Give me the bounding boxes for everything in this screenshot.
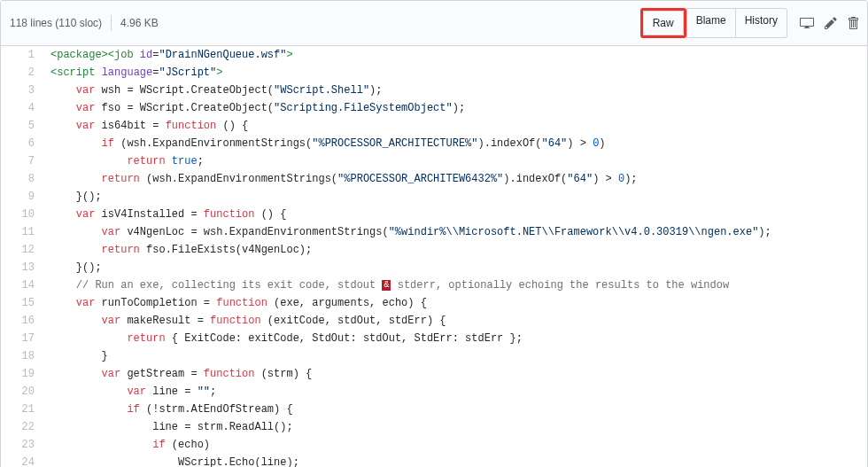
line-number[interactable]: 17	[1, 330, 45, 347]
line-content[interactable]: var line = "";	[45, 383, 216, 401]
history-button[interactable]: History	[736, 8, 787, 38]
line-content[interactable]: line = strm.ReadAll();	[45, 418, 293, 436]
line-content[interactable]: var wsh = WScript.CreateObject("WScript.…	[45, 82, 383, 99]
blame-button[interactable]: Blame	[686, 8, 736, 38]
file-size: 4.96 KB	[120, 17, 159, 29]
line-number[interactable]: 14	[1, 276, 45, 294]
line-number[interactable]: 16	[1, 312, 45, 330]
line-content[interactable]: var isV4Installed = function () {	[45, 206, 286, 223]
line-content[interactable]: var fso = WScript.CreateObject("Scriptin…	[45, 99, 465, 117]
line-content[interactable]: if (wsh.ExpandEnvironmentStrings("%PROCE…	[45, 135, 606, 152]
line-number[interactable]: 5	[1, 117, 45, 135]
code-line: 23 if (echo)	[1, 436, 867, 454]
code-line: 18 }	[1, 347, 867, 365]
raw-highlight: Raw	[640, 8, 686, 38]
code-line: 21 if (!strm.AtEndOfStream) {	[1, 401, 867, 418]
line-number[interactable]: 12	[1, 241, 45, 259]
code-line: 10 var isV4Installed = function () {	[1, 206, 867, 223]
code-line: 17 return { ExitCode: exitCode, StdOut: …	[1, 330, 867, 347]
line-content[interactable]: if (!strm.AtEndOfStream) {	[45, 401, 293, 418]
info-divider	[111, 15, 112, 31]
line-content[interactable]: <package><job id="DrainNGenQueue.wsf">	[45, 46, 293, 64]
code-line: 24 WScript.Echo(line);	[1, 454, 867, 467]
code-line: 22 line = strm.ReadAll();	[1, 418, 867, 436]
line-content[interactable]: // Run an exe, collecting its exit code,…	[45, 276, 729, 294]
pencil-icon[interactable]	[825, 16, 837, 30]
file-actions: Raw Blame History	[640, 8, 858, 38]
line-number[interactable]: 23	[1, 436, 45, 454]
file-container: 118 lines (110 sloc) 4.96 KB Raw Blame H…	[0, 0, 868, 467]
icon-actions	[800, 16, 858, 30]
line-number[interactable]: 11	[1, 223, 45, 241]
line-number[interactable]: 20	[1, 383, 45, 401]
line-number[interactable]: 6	[1, 135, 45, 152]
line-content[interactable]: return { ExitCode: exitCode, StdOut: std…	[45, 330, 523, 347]
line-content[interactable]: return (wsh.ExpandEnvironmentStrings("%P…	[45, 170, 638, 188]
line-number[interactable]: 15	[1, 294, 45, 312]
code-line: 5 var is64bit = function () {	[1, 117, 867, 135]
lines-count: 118 lines (110 sloc)	[10, 17, 102, 29]
line-number[interactable]: 18	[1, 347, 45, 365]
code-line: 19 var getStream = function (strm) {	[1, 365, 867, 383]
code-line: 11 var v4NgenLoc = wsh.ExpandEnvironment…	[1, 223, 867, 241]
raw-button[interactable]: Raw	[643, 11, 684, 35]
line-content[interactable]: <script language="JScript">	[45, 64, 222, 82]
file-info: 118 lines (110 sloc) 4.96 KB	[10, 15, 159, 31]
code-area: 1<package><job id="DrainNGenQueue.wsf">2…	[1, 46, 867, 467]
code-line: 7 return true;	[1, 152, 867, 170]
line-number[interactable]: 9	[1, 188, 45, 206]
line-content[interactable]: var runToCompletion = function (exe, arg…	[45, 294, 427, 312]
button-group: Raw Blame History	[640, 8, 787, 38]
line-content[interactable]: if (echo)	[45, 436, 210, 454]
line-number[interactable]: 3	[1, 82, 45, 99]
line-content[interactable]: WScript.Echo(line);	[45, 454, 299, 467]
trash-icon[interactable]	[848, 16, 858, 30]
code-line: 13 }();	[1, 259, 867, 276]
line-number[interactable]: 10	[1, 206, 45, 223]
code-line: 1<package><job id="DrainNGenQueue.wsf">	[1, 46, 867, 64]
line-number[interactable]: 7	[1, 152, 45, 170]
code-line: 8 return (wsh.ExpandEnvironmentStrings("…	[1, 170, 867, 188]
line-number[interactable]: 4	[1, 99, 45, 117]
code-line: 16 var makeResult = function (exitCode, …	[1, 312, 867, 330]
line-content[interactable]: }();	[45, 188, 102, 206]
code-line: 9 }();	[1, 188, 867, 206]
line-number[interactable]: 13	[1, 259, 45, 276]
code-line: 20 var line = "";	[1, 383, 867, 401]
line-number[interactable]: 24	[1, 454, 45, 467]
line-number[interactable]: 2	[1, 64, 45, 82]
line-number[interactable]: 22	[1, 418, 45, 436]
line-number[interactable]: 19	[1, 365, 45, 383]
code-line: 12 return fso.FileExists(v4NgenLoc);	[1, 241, 867, 259]
line-number[interactable]: 1	[1, 46, 45, 64]
code-line: 2<script language="JScript">	[1, 64, 867, 82]
line-content[interactable]: var makeResult = function (exitCode, std…	[45, 312, 446, 330]
line-number[interactable]: 21	[1, 401, 45, 418]
line-content[interactable]: var is64bit = function () {	[45, 117, 248, 135]
line-number[interactable]: 8	[1, 170, 45, 188]
line-content[interactable]: return fso.FileExists(v4NgenLoc);	[45, 241, 312, 259]
line-content[interactable]: var v4NgenLoc = wsh.ExpandEnvironmentStr…	[45, 223, 771, 241]
code-line: 14 // Run an exe, collecting its exit co…	[1, 276, 867, 294]
line-content[interactable]: }	[45, 347, 108, 365]
line-content[interactable]: var getStream = function (strm) {	[45, 365, 312, 383]
code-line: 4 var fso = WScript.CreateObject("Script…	[1, 99, 867, 117]
desktop-icon[interactable]	[800, 16, 814, 30]
file-header: 118 lines (110 sloc) 4.96 KB Raw Blame H…	[1, 1, 867, 46]
code-line: 15 var runToCompletion = function (exe, …	[1, 294, 867, 312]
code-line: 3 var wsh = WScript.CreateObject("WScrip…	[1, 82, 867, 99]
line-content[interactable]: return true;	[45, 152, 204, 170]
line-content[interactable]: }();	[45, 259, 102, 276]
code-line: 6 if (wsh.ExpandEnvironmentStrings("%PRO…	[1, 135, 867, 152]
